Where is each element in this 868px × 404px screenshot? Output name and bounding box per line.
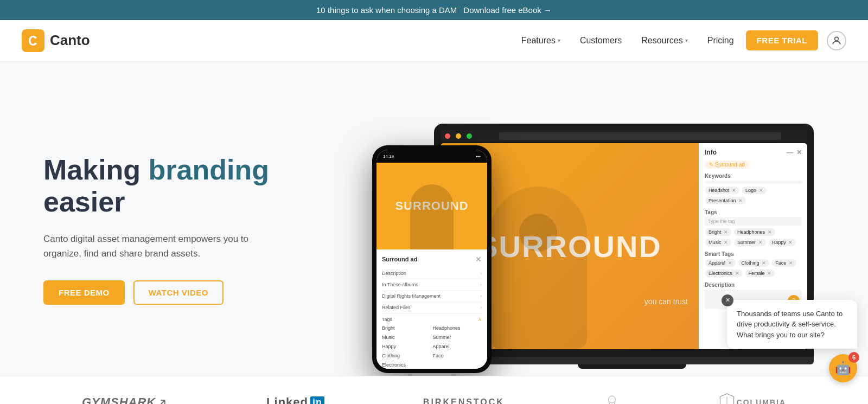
logo[interactable]: Canto <box>22 29 90 52</box>
gymshark-logo: GYMSHARK <box>82 395 168 404</box>
chat-close-button[interactable]: ✕ <box>722 294 733 306</box>
hero-title: Making branding easier <box>43 154 334 219</box>
edit-icon: ✎ <box>709 162 713 168</box>
phone-row-albums[interactable]: In These Albums › <box>382 279 482 291</box>
banner-text: 10 things to ask when choosing a DAM <box>316 5 457 15</box>
info-minimize-icon[interactable]: — <box>787 149 793 156</box>
chat-badge: 6 <box>848 352 859 363</box>
nav-features[interactable]: Features ▾ <box>514 31 568 50</box>
chat-icon-button[interactable]: 🤖 6 <box>829 354 857 382</box>
phone-row-drm[interactable]: Digital Rights Management › <box>382 291 482 302</box>
chat-bubble: Thousands of teams use Canto to drive pr… <box>727 300 857 349</box>
main-nav: Features ▾ Customers Resources ▾ Pricing… <box>514 30 846 50</box>
features-chevron-icon: ▾ <box>558 37 560 43</box>
user-icon[interactable] <box>827 31 846 50</box>
nav-pricing[interactable]: Pricing <box>700 31 742 50</box>
hero-description: Canto digital asset management empowers … <box>43 232 271 261</box>
nav-resources[interactable]: Resources ▾ <box>634 31 695 50</box>
phone-mockup: 14:19 ▪▪▪ SURROUND Surround ad ✕ <box>372 145 492 373</box>
svg-point-1 <box>835 37 839 41</box>
header: Canto Features ▾ Customers Resources ▾ P… <box>0 20 868 61</box>
phone-image: SURROUND <box>376 163 487 249</box>
phone-close-icon[interactable]: ✕ <box>475 255 482 264</box>
nav-customers[interactable]: Customers <box>572 31 629 50</box>
banner-link[interactable]: Download free eBook → <box>463 5 552 15</box>
phone-content: Surround ad ✕ Description › In These Alb… <box>376 249 487 369</box>
phone-status-bar: 14:19 ▪▪▪ <box>376 150 487 163</box>
birkenstock-logo: BIRKENSTOCK <box>423 397 505 404</box>
logo-icon <box>22 29 44 52</box>
columbia-logo: COLUMBIA <box>719 393 786 404</box>
hero-buttons: FREE DEMO WATCH VIDEO <box>43 280 334 305</box>
free-trial-button[interactable]: FREE TRIAL <box>746 30 818 50</box>
svg-point-2 <box>608 396 615 403</box>
top-banner: 10 things to ask when choosing a DAM Dow… <box>0 0 868 20</box>
phone-row-description[interactable]: Description › <box>382 268 482 279</box>
chat-widget: ✕ Thousands of teams use Canto to drive … <box>727 300 857 383</box>
resources-chevron-icon: ▾ <box>685 37 688 43</box>
chat-bubble-wrapper: ✕ Thousands of teams use Canto to drive … <box>727 300 857 349</box>
watch-video-button[interactable]: WATCH VIDEO <box>133 280 224 305</box>
phone-row-related[interactable]: Related Files › <box>382 302 482 313</box>
logo-text: Canto <box>50 32 90 49</box>
phone-tags: Tags ∧ Bright Headphones Music Summer Ha… <box>382 313 482 369</box>
free-demo-button[interactable]: FREE DEMO <box>43 280 125 305</box>
godiva-logo: GODIVA <box>603 394 621 404</box>
hero-content: Making branding easier Canto digital ass… <box>43 154 356 305</box>
linkedin-logo: Linkedin <box>266 395 324 404</box>
info-close-icon[interactable]: ✕ <box>796 149 802 156</box>
svg-rect-0 <box>23 31 43 50</box>
